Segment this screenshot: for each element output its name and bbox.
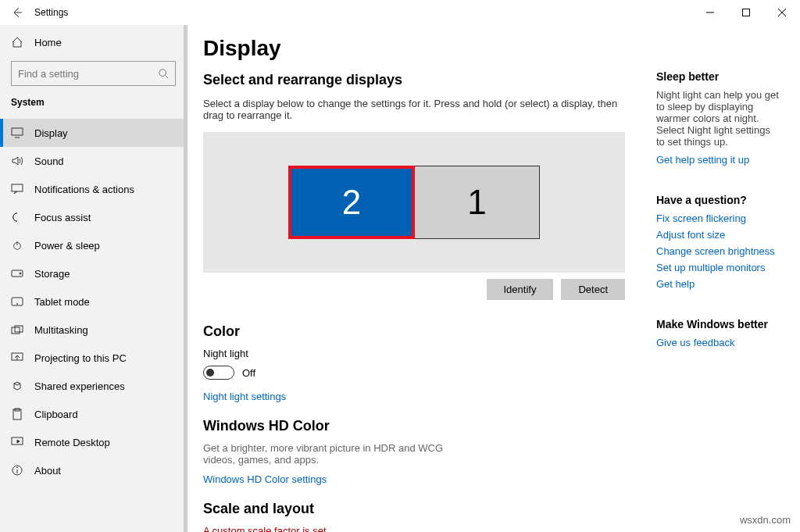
maximize-icon — [742, 9, 750, 16]
sidebar-item-label: Sound — [34, 155, 64, 167]
identify-button[interactable]: Identify — [487, 279, 554, 300]
aside-link-brightness[interactable]: Change screen brightness — [656, 245, 781, 257]
night-light-label: Night light — [203, 348, 625, 359]
watermark: wsxdn.com — [738, 512, 792, 527]
displays-arrangement[interactable]: 2 1 — [203, 132, 625, 273]
sidebar-item-sound[interactable]: Sound — [0, 147, 187, 175]
svg-point-14 — [17, 304, 18, 305]
sidebar-home[interactable]: Home — [0, 28, 187, 56]
svg-point-23 — [17, 467, 18, 468]
svg-rect-8 — [12, 184, 23, 191]
display-icon — [11, 127, 23, 138]
sidebar-item-label: About — [34, 465, 61, 477]
titlebar: Settings — [0, 0, 800, 25]
projecting-icon — [11, 352, 23, 363]
aside-link-flickering[interactable]: Fix screen flickering — [656, 212, 781, 224]
sidebar-item-tablet-mode[interactable]: Tablet mode — [0, 287, 187, 316]
minimize-button[interactable] — [692, 0, 728, 25]
aside-sleep-text: Night light can help you get to sleep by… — [656, 89, 781, 148]
search-box[interactable] — [11, 61, 176, 86]
sidebar-item-label: Display — [34, 127, 68, 139]
sidebar-item-label: Clipboard — [34, 409, 78, 420]
display-tile-1[interactable]: 1 — [415, 166, 540, 239]
svg-rect-15 — [12, 327, 20, 334]
rearrange-desc: Select a display below to change the set… — [203, 98, 625, 121]
notifications-icon — [11, 184, 23, 195]
sidebar-item-clipboard[interactable]: Clipboard — [0, 400, 187, 428]
sidebar-item-projecting[interactable]: Projecting to this PC — [0, 344, 187, 372]
minimize-icon — [706, 9, 714, 16]
sidebar-item-display[interactable]: Display — [0, 119, 187, 147]
hd-color-settings-link[interactable]: Windows HD Color settings — [203, 473, 625, 485]
sidebar-item-label: Multitasking — [34, 324, 88, 336]
search-input[interactable] — [18, 68, 151, 80]
svg-rect-6 — [12, 128, 23, 135]
sidebar-item-power-sleep[interactable]: Power & sleep — [0, 231, 187, 259]
sidebar-item-about[interactable]: About — [0, 456, 187, 484]
display-tile-2[interactable]: 2 — [288, 166, 415, 239]
close-icon — [778, 9, 786, 16]
scale-warning: A custom scale factor is set. — [203, 525, 625, 532]
sidebar-item-label: Tablet mode — [34, 296, 90, 308]
sidebar-scrollbar[interactable] — [184, 25, 187, 532]
svg-point-12 — [20, 273, 21, 274]
back-button[interactable] — [0, 0, 34, 25]
info-icon — [11, 464, 23, 477]
night-light-toggle[interactable] — [203, 366, 234, 380]
svg-rect-16 — [15, 326, 23, 332]
sidebar-home-label: Home — [34, 37, 62, 48]
svg-point-4 — [159, 70, 166, 77]
page-title: Display — [203, 36, 625, 61]
sidebar-item-label: Remote Desktop — [34, 437, 110, 448]
sidebar-item-storage[interactable]: Storage — [0, 259, 187, 287]
aside-feedback-heading: Make Windows better — [656, 318, 781, 330]
color-heading: Color — [203, 323, 625, 340]
sidebar-heading: System — [0, 97, 187, 119]
aside-link-multiple-monitors[interactable]: Set up multiple monitors — [656, 262, 781, 273]
night-light-settings-link[interactable]: Night light settings — [203, 391, 625, 402]
aside-question-heading: Have a question? — [656, 194, 781, 206]
shared-icon — [11, 380, 23, 391]
sidebar-item-label: Storage — [34, 268, 70, 280]
close-button[interactable] — [764, 0, 800, 25]
sidebar-item-shared-experiences[interactable]: Shared experiences — [0, 372, 187, 400]
sound-icon — [11, 155, 23, 166]
tablet-icon — [11, 297, 23, 306]
remote-desktop-icon — [11, 437, 23, 448]
arrow-left-icon — [11, 6, 23, 19]
sidebar-item-multitasking[interactable]: Multitasking — [0, 316, 187, 344]
toggle-state-label: Off — [242, 367, 255, 379]
svg-line-5 — [166, 76, 169, 79]
hd-color-desc: Get a brighter, more vibrant picture in … — [203, 442, 453, 466]
power-icon — [11, 240, 23, 251]
window-title: Settings — [34, 7, 68, 18]
aside-link-get-help[interactable]: Get help — [656, 278, 781, 290]
rearrange-heading: Select and rearrange displays — [203, 72, 625, 88]
focus-assist-icon — [11, 212, 23, 223]
sidebar-item-label: Shared experiences — [34, 380, 125, 392]
maximize-button[interactable] — [728, 0, 764, 25]
scale-heading: Scale and layout — [203, 501, 625, 517]
sidebar-item-label: Focus assist — [34, 212, 91, 223]
sidebar-item-remote-desktop[interactable]: Remote Desktop — [0, 428, 187, 456]
detect-button[interactable]: Detect — [561, 279, 625, 300]
aside-sleep-link[interactable]: Get help setting it up — [656, 154, 781, 166]
clipboard-icon — [12, 408, 23, 420]
multitasking-icon — [11, 325, 23, 334]
aside-sleep-heading: Sleep better — [656, 70, 781, 83]
sidebar-item-focus-assist[interactable]: Focus assist — [0, 203, 187, 231]
svg-rect-1 — [743, 9, 750, 16]
sidebar-item-notifications[interactable]: Notifications & actions — [0, 175, 187, 203]
sidebar: Home System Display Sound Notifications … — [0, 25, 188, 532]
aside-link-font-size[interactable]: Adjust font size — [656, 229, 781, 241]
sidebar-item-label: Notifications & actions — [34, 184, 134, 195]
hd-color-heading: Windows HD Color — [203, 418, 625, 434]
aside-feedback-link[interactable]: Give us feedback — [656, 337, 781, 348]
sidebar-item-label: Projecting to this PC — [34, 352, 127, 364]
home-icon — [11, 36, 23, 48]
sidebar-item-label: Power & sleep — [34, 240, 100, 252]
storage-icon — [11, 270, 23, 277]
search-icon — [158, 68, 169, 79]
